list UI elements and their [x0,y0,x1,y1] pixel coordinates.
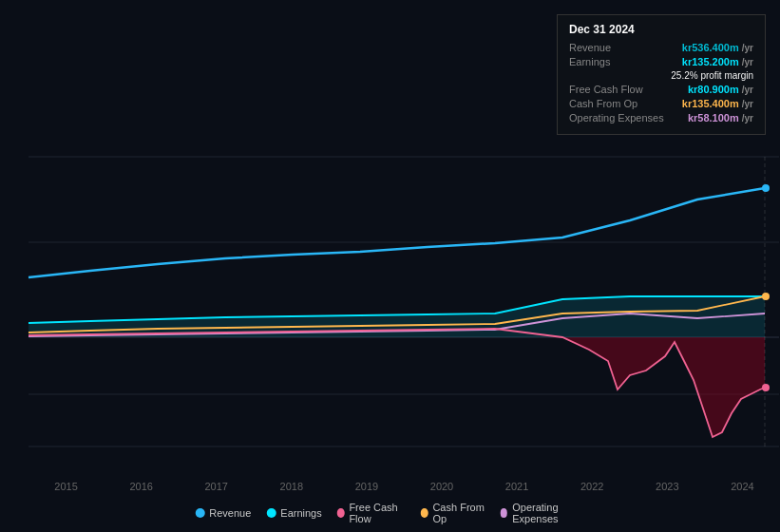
legend-revenue[interactable]: Revenue [195,507,251,519]
tooltip-opex-value: kr58.100m /yr [688,112,753,124]
x-label-2015: 2015 [54,481,77,492]
cfo-dot [762,293,770,300]
x-label-2021: 2021 [505,481,528,492]
tooltip-revenue-value: kr536.400m /yr [682,42,753,53]
chart-legend: Revenue Earnings Free Cash Flow Cash Fro… [195,502,585,524]
revenue-dot [762,184,770,192]
legend-revenue-label: Revenue [209,507,251,519]
tooltip-revenue: Revenue kr536.400m /yr [569,42,753,53]
tooltip-earnings-label: Earnings [569,56,610,67]
tooltip-date: Dec 31 2024 [569,23,753,36]
legend-cfo-label: Cash From Op [432,502,485,524]
legend-opex[interactable]: Operating Expenses [501,502,585,524]
legend-fcf-dot [337,508,345,518]
legend-earnings-dot [266,508,276,518]
tooltip-profit-margin-value: 25.2% profit margin [671,70,753,81]
tooltip-earnings: Earnings kr135.200m /yr [569,56,753,67]
x-label-2020: 2020 [430,481,453,492]
legend-opex-dot [501,508,508,518]
tooltip-profit-margin: 25.2% profit margin [569,70,753,81]
x-label-2018: 2018 [280,481,303,492]
x-label-2023: 2023 [656,481,678,492]
legend-fcf-label: Free Cash Flow [349,502,405,524]
tooltip-earnings-value: kr135.200m /yr [682,56,753,67]
tooltip-opex-label: Operating Expenses [569,112,664,124]
legend-cfo[interactable]: Cash From Op [421,502,485,524]
legend-fcf[interactable]: Free Cash Flow [337,502,406,524]
legend-earnings-label: Earnings [280,507,321,519]
x-label-2016: 2016 [129,481,152,492]
tooltip-revenue-label: Revenue [569,42,611,53]
x-label-2024: 2024 [731,481,753,492]
fcf-dot [762,384,770,391]
legend-cfo-dot [421,508,428,518]
tooltip-fcf-value: kr80.900m /yr [688,84,753,95]
tooltip-cfo-label: Cash From Op [569,98,637,109]
x-label-2019: 2019 [355,481,378,492]
tooltip-cfo: Cash From Op kr135.400m /yr [569,98,753,109]
legend-opex-label: Operating Expenses [512,502,585,524]
legend-earnings[interactable]: Earnings [266,507,321,519]
tooltip-fcf: Free Cash Flow kr80.900m /yr [569,84,753,95]
tooltip-opex: Operating Expenses kr58.100m /yr [569,112,753,124]
tooltip-cfo-value: kr135.400m /yr [682,98,753,109]
x-axis-labels: 2015 2016 2017 2018 2019 2020 2021 2022 … [29,481,780,492]
tooltip-fcf-label: Free Cash Flow [569,84,643,95]
tooltip-panel: Dec 31 2024 Revenue kr536.400m /yr Earni… [557,14,766,135]
legend-revenue-dot [195,508,204,518]
x-label-2017: 2017 [204,481,227,492]
x-label-2022: 2022 [580,481,603,492]
